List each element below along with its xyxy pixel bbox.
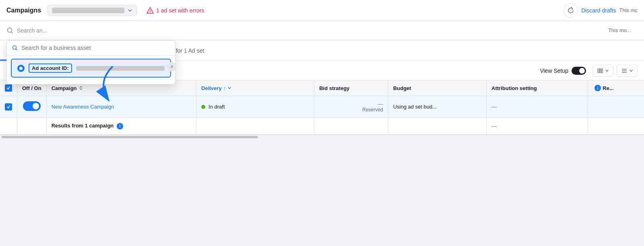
chevron-down-icon xyxy=(128,8,132,13)
footer-checkbox-cell xyxy=(0,118,17,135)
delivery-dropdown-icon xyxy=(227,86,231,90)
th-budget: Budget xyxy=(388,80,486,96)
refresh-icon xyxy=(567,7,574,14)
footer-budget-cell xyxy=(388,118,486,135)
svg-rect-18 xyxy=(600,69,601,73)
row-budget-cell: Using ad set bud... xyxy=(388,96,486,118)
footer-results-cell: Results from 1 campaign i xyxy=(46,118,196,135)
warning-icon: ! xyxy=(147,7,154,14)
campaign-sort-icon xyxy=(78,86,83,90)
blue-arrow-indicator xyxy=(89,62,137,108)
search-popup-icon xyxy=(12,45,18,51)
footer-info-icon[interactable]: i xyxy=(117,123,123,129)
footer-results-text: Results from 1 campaign i xyxy=(52,123,123,129)
footer-toggle-cell xyxy=(17,118,47,135)
select-all-checkbox[interactable] xyxy=(5,84,12,92)
breakdown-dropdown-icon xyxy=(629,69,633,73)
svg-point-2 xyxy=(13,46,17,49)
this-mc-text: This mo... xyxy=(608,27,638,33)
row-delivery-cell: In draft xyxy=(196,96,314,118)
delivery-status-dot xyxy=(201,105,205,109)
popup-close-button[interactable]: × xyxy=(167,62,177,72)
row-results-cell xyxy=(588,96,644,118)
attribution-value: — xyxy=(491,104,497,110)
table-footer-row: Results from 1 campaign i — xyxy=(0,118,644,135)
th-attribution-setting: Attribution setting xyxy=(487,80,588,96)
footer-bid-cell xyxy=(314,118,388,135)
th-bid-strategy: Bid strategy xyxy=(314,80,388,96)
campaign-toggle[interactable] xyxy=(23,101,41,111)
results-info-icon[interactable]: i xyxy=(594,85,601,91)
footer-attribution-cell: — xyxy=(487,118,588,135)
footer-attribution-value: — xyxy=(491,123,497,129)
th-results: i Re... xyxy=(588,80,644,96)
account-name-blurred xyxy=(52,8,124,13)
second-bar: Search an... This mo... xyxy=(0,21,644,40)
search-popup-input-row xyxy=(7,41,175,55)
this-mc-label: This mc xyxy=(619,7,638,13)
bid-strategy-value: — xyxy=(378,101,383,107)
breakdown-icon xyxy=(621,68,627,74)
row-bid-strategy-cell: — Reserved xyxy=(314,96,388,118)
svg-rect-17 xyxy=(598,69,599,73)
row-attribution-cell: — xyxy=(487,96,588,118)
breakdown-button[interactable] xyxy=(617,65,638,77)
row-toggle-cell[interactable] xyxy=(17,96,47,118)
view-setup-label: View Setup xyxy=(540,68,568,74)
row-checkbox[interactable] xyxy=(5,103,12,111)
svg-point-1 xyxy=(8,28,12,32)
page-title: Campaigns xyxy=(6,7,41,14)
footer-delivery-cell xyxy=(196,118,314,135)
columns-icon xyxy=(597,68,603,74)
row-checkbox-cell[interactable] xyxy=(0,96,17,118)
delivery-status-text: In draft xyxy=(208,104,225,110)
view-setup-container: View Setup xyxy=(540,67,586,75)
top-bar: Campaigns ! 1 ad set with errors Discard… xyxy=(0,0,644,21)
horizontal-scrollbar[interactable] xyxy=(0,135,644,139)
search-popup-input[interactable] xyxy=(21,45,170,51)
view-setup-toggle[interactable] xyxy=(572,67,586,75)
svg-text:!: ! xyxy=(150,9,151,13)
refresh-button[interactable] xyxy=(564,3,578,18)
error-text: 1 ad set with errors xyxy=(156,7,204,14)
footer-results-value-cell xyxy=(588,118,644,135)
svg-rect-19 xyxy=(601,69,603,73)
scrollbar-thumb[interactable] xyxy=(2,136,258,138)
close-icon: × xyxy=(170,64,173,70)
radio-selected-icon xyxy=(17,65,25,72)
columns-button[interactable] xyxy=(592,65,613,77)
search-icon xyxy=(6,27,14,34)
discard-drafts-button[interactable]: Discard drafts xyxy=(581,7,616,14)
search-placeholder-text: Search an... xyxy=(17,27,47,34)
ad-account-id-label: Ad account ID: xyxy=(29,64,72,73)
account-dropdown[interactable] xyxy=(47,5,137,16)
columns-dropdown-icon xyxy=(605,69,609,73)
error-badge: ! 1 ad set with errors xyxy=(147,7,204,14)
bid-strategy-reserved: Reserved xyxy=(319,107,383,113)
th-delivery[interactable]: Delivery ↑ xyxy=(196,80,314,96)
budget-value: Using ad set bud... xyxy=(393,104,437,110)
search-area: Search an... xyxy=(6,27,608,34)
delivery-sort-arrow: ↑ xyxy=(223,85,226,91)
